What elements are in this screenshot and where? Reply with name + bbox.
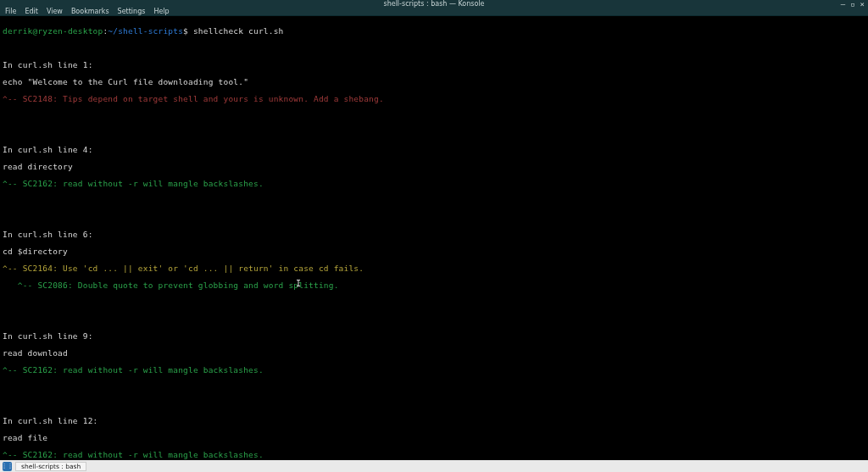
- taskbar-item-konsole[interactable]: shell-scripts : bash: [15, 462, 86, 471]
- close-icon[interactable]: ×: [860, 1, 865, 8]
- warning-sc2162-a: ^-- SC2162: read without -r will mangle …: [3, 180, 865, 188]
- heading-line-1: In curl.sh line 1:: [3, 61, 865, 69]
- maximize-icon[interactable]: ▫: [850, 1, 854, 8]
- menu-file[interactable]: File: [5, 8, 16, 15]
- code-line-6: cd $directory: [3, 247, 865, 256]
- command-text: shellcheck curl.sh: [188, 26, 283, 36]
- warning-sc2164: ^-- SC2164: Use 'cd ... || exit' or 'cd …: [3, 264, 865, 273]
- app-launcher-icon[interactable]: ⋮⋮: [3, 462, 12, 471]
- terminal-area[interactable]: derrik@ryzen-desktop:~/shell-scripts$ sh…: [0, 16, 868, 472]
- warning-sc2148: ^-- SC2148: Tips depend on target shell …: [3, 95, 865, 103]
- code-line-9: read download: [3, 349, 865, 358]
- menu-settings[interactable]: Settings: [118, 8, 146, 15]
- menu-edit[interactable]: Edit: [25, 8, 38, 15]
- warning-sc2162-b: ^-- SC2162: read without -r will mangle …: [3, 366, 865, 375]
- menu-view[interactable]: View: [47, 8, 63, 15]
- taskbar: ⋮⋮ shell-scripts : bash: [0, 460, 868, 472]
- titlebar[interactable]: shell-scripts : bash — Konsole – ▫ ×: [0, 0, 868, 8]
- menu-help[interactable]: Help: [153, 8, 169, 15]
- window-title: shell-scripts : bash — Konsole: [383, 0, 484, 8]
- prompt-path: ~/shell-scripts: [108, 26, 183, 36]
- prompt-user-host: derrik@ryzen-desktop: [3, 26, 103, 36]
- menubar: File Edit View Bookmarks Settings Help: [0, 8, 868, 16]
- warning-sc2162-c: ^-- SC2162: read without -r will mangle …: [3, 451, 865, 459]
- code-line-1: echo "Welcome to the Curl file downloadi…: [3, 78, 865, 86]
- text-caret-icon: I: [296, 279, 301, 288]
- code-line-4: read directory: [3, 163, 865, 171]
- warning-sc2086-a: ^-- SC2086: Double quote to prevent glob…: [3, 281, 865, 290]
- code-line-12: read file: [3, 434, 865, 442]
- app-window: shell-scripts : bash — Konsole – ▫ × Fil…: [0, 0, 868, 472]
- heading-line-9: In curl.sh line 9:: [3, 332, 865, 341]
- heading-line-6: In curl.sh line 6:: [3, 230, 865, 239]
- heading-line-12: In curl.sh line 12:: [3, 417, 865, 425]
- window-controls: – ▫ ×: [841, 1, 865, 8]
- menu-bookmarks[interactable]: Bookmarks: [71, 8, 109, 15]
- minimize-icon[interactable]: –: [841, 1, 845, 8]
- heading-line-4: In curl.sh line 4:: [3, 146, 865, 154]
